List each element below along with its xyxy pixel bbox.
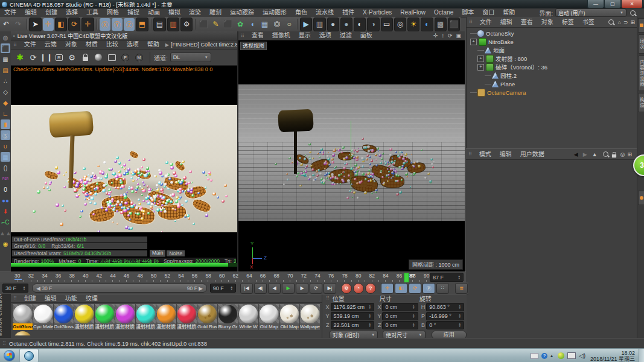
add-environment-icon[interactable]: ▦ — [259, 18, 270, 31]
main-menu-10[interactable]: 雕刻 — [205, 8, 226, 17]
send-scene-icon[interactable]: ✱ — [14, 51, 26, 64]
picture-viewer-icon[interactable] — [106, 51, 118, 64]
perspective-viewport[interactable]: ⠿ 查看摄像机显示选项过滤面板 ✛ ↕ ⟳ ▣ 透视视图 — [238, 31, 465, 272]
object-row-圆柱.2[interactable]: 圆柱.2 — [467, 71, 637, 80]
tray-help-icon[interactable]: ? — [541, 353, 547, 359]
coord-field[interactable]: 0 cm▲▼ — [382, 312, 418, 320]
live-viewer-menu-1[interactable]: 云端 — [40, 40, 61, 49]
xyz-move-icon[interactable]: ◉ — [1, 239, 10, 249]
material-label[interactable]: 漫射材质. — [95, 323, 115, 330]
om-home-icon[interactable]: ⌂ — [617, 19, 620, 25]
edges-mode-icon[interactable]: ◇ — [1, 87, 10, 97]
coordinate-system-icon[interactable]: ⬒ — [136, 17, 148, 31]
coordinates-tab-icon[interactable] — [638, 191, 644, 205]
material-label[interactable]: Blurry Gr — [218, 323, 238, 330]
expand-icon[interactable]: + — [470, 39, 477, 45]
spinner-icon[interactable]: ▲▼ — [412, 314, 415, 319]
main-menu-13[interactable]: 角色 — [291, 8, 311, 17]
om-add-icon[interactable]: ⊞ — [630, 19, 635, 25]
main-menu-21[interactable]: 帮助 — [499, 8, 519, 17]
viewport-menu-2[interactable]: 显示 — [295, 31, 315, 40]
attribute-manager-menu-0[interactable]: 模式 — [475, 150, 496, 159]
goto-end-button[interactable]: ▶| — [324, 283, 336, 294]
lock-y-axis-icon[interactable]: Ⓨ — [112, 18, 123, 31]
show-desktop-button[interactable] — [639, 349, 644, 362]
viewport-menu-5[interactable]: 面板 — [356, 31, 377, 40]
object-name[interactable]: NitroBake — [488, 39, 514, 45]
render-settings-gear-icon[interactable]: ⚙ — [66, 51, 78, 64]
drop-to-floor-icon[interactable]: ⬇ — [1, 206, 10, 216]
material-swatch-8[interactable]: 漫射材质. — [177, 304, 197, 330]
spinner-icon[interactable]: ▲▼ — [412, 305, 415, 310]
material-label[interactable]: Old Map — [279, 323, 299, 330]
axis-mode-icon[interactable]: ∟ — [1, 109, 10, 118]
material-label[interactable]: 漫射材质. — [177, 323, 197, 330]
tray-mail-icon[interactable] — [531, 353, 538, 359]
octane-daylight-icon[interactable]: ☀ — [407, 17, 419, 31]
material-swatch-4[interactable]: 漫射材质. — [95, 304, 115, 330]
snap-icon[interactable]: Ⓢ — [1, 130, 10, 140]
material-label[interactable]: White W — [238, 323, 258, 330]
octane-target-icon[interactable]: ◎ — [394, 17, 406, 31]
material-label[interactable]: OctGloss — [13, 323, 33, 330]
viewport-menu-3[interactable]: 选项 — [315, 31, 336, 40]
main-menu-6[interactable]: 捕捉 — [123, 8, 144, 17]
render-view-icon[interactable]: ▤ — [153, 17, 165, 31]
add-generator-icon[interactable]: ⬛ — [223, 18, 234, 31]
om-link-icon[interactable]: ⊃ — [623, 19, 628, 25]
main-menu-0[interactable]: 文件 — [0, 8, 21, 17]
object-manager-menu-0[interactable]: 文件 — [476, 18, 496, 27]
attribute-manager-menu-2[interactable]: 用户数据 — [516, 150, 549, 159]
material-menu-2[interactable]: 功能 — [61, 294, 81, 303]
record-options-button[interactable]: ? — [365, 283, 376, 294]
octane-texture-icon[interactable]: ▩ — [435, 17, 447, 31]
material-label[interactable]: Old Map — [259, 323, 279, 330]
material-label[interactable]: Cyc Mate — [33, 323, 53, 330]
pin-m-icon[interactable]: M — [135, 54, 143, 62]
material-swatch-14[interactable]: Wallpape — [300, 304, 320, 330]
live-viewer-title-bar[interactable]: ▪ Live Viewer 3.07-R1 中国C4D联盟中文汉化版 — [11, 31, 237, 40]
object-manager-menu-5[interactable]: 书签 — [578, 18, 599, 27]
rotate-tool-icon[interactable]: ⟳ — [68, 17, 80, 31]
am-target-icon[interactable]: ◎ — [619, 151, 626, 157]
object-row-NitroBake[interactable]: +NitroBake — [467, 37, 637, 46]
material-swatch-10[interactable]: Blurry Gr — [218, 304, 238, 330]
object-manager-menu-1[interactable]: 编辑 — [496, 18, 517, 27]
add-spline-icon[interactable]: ✎ — [210, 18, 221, 31]
key-rotation-button[interactable]: ⟳ — [409, 283, 421, 294]
live-selection-icon[interactable]: ➤ — [29, 17, 41, 31]
tray-antivirus-icon[interactable] — [558, 352, 564, 359]
main-menu-18[interactable]: Octane — [430, 8, 457, 17]
object-row-OctaneCamera[interactable]: OctaneCamera — [467, 88, 637, 97]
attribute-manager-menu-1[interactable]: 编辑 — [496, 150, 516, 159]
main-menu-8[interactable]: 模拟 — [164, 8, 185, 17]
add-light-icon[interactable]: ○ — [284, 18, 295, 31]
scale-tool-icon[interactable]: ◧ — [55, 17, 67, 31]
goto-start-button[interactable]: |◀ — [240, 283, 253, 294]
material-label[interactable]: 漫射材质. — [136, 323, 156, 330]
channel-dropdown[interactable]: DL▼ — [170, 52, 211, 62]
history-back-icon[interactable]: ◀ — [572, 151, 581, 157]
am-add-icon[interactable]: ⊞ — [626, 151, 633, 157]
add-cube-icon[interactable]: ⬛ — [198, 18, 209, 31]
key-scale-button[interactable]: ◧ — [395, 283, 407, 294]
coord-field[interactable]: -16.999 °▲▼ — [426, 312, 464, 320]
dock-tab-2[interactable]: 构造 — [638, 93, 644, 112]
spinner-icon[interactable]: ▲▼ — [368, 323, 371, 328]
coord-field[interactable]: 0 cm▲▼ — [382, 303, 418, 311]
attributes-tab-icon[interactable] — [638, 18, 644, 33]
live-viewer-menu-4[interactable]: 比较 — [102, 40, 123, 49]
add-camera-icon[interactable]: ⏣ — [272, 18, 282, 31]
previous-frame-button[interactable]: ◀ — [268, 283, 281, 294]
material-label[interactable]: 漫射材质. — [156, 323, 176, 330]
psr-zero-icon[interactable]: 0 — [1, 185, 10, 194]
material-swatch-7[interactable]: 漫射材质. — [156, 304, 176, 330]
coord-field[interactable]: 539.19 cm▲▼ — [331, 312, 374, 320]
expand-icon[interactable]: + — [477, 56, 484, 62]
material-menu-3[interactable]: 纹理 — [81, 294, 102, 303]
live-viewer-menu-5[interactable]: 选项 — [123, 40, 143, 49]
main-menu-15[interactable]: 插件 — [338, 8, 359, 17]
viewport-pan-icon[interactable]: ✛ — [432, 33, 440, 39]
history-forward-icon[interactable]: ▶ — [581, 151, 590, 157]
main-menu-16[interactable]: X-Particles — [359, 8, 396, 17]
